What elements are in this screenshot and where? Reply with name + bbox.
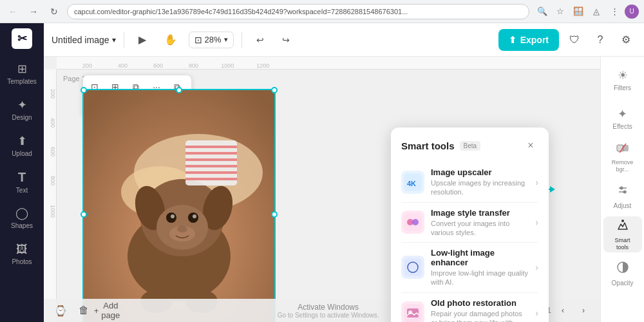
svg-point-11: [193, 214, 196, 218]
canvas-area[interactable]: 200 400 600 800 1000 1200 200 400 600 80…: [44, 57, 600, 322]
restoration-name: Old photo restoration: [431, 298, 529, 308]
shield-icon-btn[interactable]: 🛡: [564, 30, 585, 50]
export-icon: ⬆: [509, 35, 516, 45]
smart-tools-icon: [616, 218, 630, 235]
svg-point-41: [621, 220, 624, 222]
sidebar-item-upload[interactable]: ⬆ Upload: [4, 129, 40, 162]
templates-icon: ⊞: [17, 62, 27, 76]
smart-tools-panel-item[interactable]: Smarttools: [603, 216, 642, 252]
templates-label: Templates: [7, 78, 37, 85]
upscaler-arrow: ›: [535, 177, 538, 187]
document-title[interactable]: Untitled image ▾: [52, 35, 116, 45]
left-sidebar: ✂ ⊞ Templates ✦ Design ⬆ Upload T Text ◯…: [0, 23, 44, 322]
style-name: Image style transfer: [431, 208, 529, 218]
tool-item-restoration[interactable]: Old photo restoration Repair your damage…: [401, 293, 538, 322]
puppy-image: [82, 89, 276, 322]
zoom-chevron: ▾: [224, 35, 228, 44]
photos-icon: 🖼: [16, 243, 28, 256]
opacity-panel-item[interactable]: Opacity: [603, 255, 642, 291]
svg-text:4K: 4K: [407, 180, 416, 187]
style-arrow: ›: [535, 217, 538, 227]
remove-bg-label: Removebgr...: [612, 159, 634, 173]
canvas-image: [82, 89, 276, 322]
browser-action-icons: 🔍 ☆ 🪟 ◬ ⋮ U: [535, 4, 639, 19]
prev-page-btn[interactable]: ‹: [554, 301, 572, 319]
tool-item-style[interactable]: Image style transfer Convert your images…: [401, 203, 538, 243]
toolbar-divider-1: [124, 32, 124, 48]
zoom-control[interactable]: ⊡ 28% ▾: [189, 32, 234, 48]
sidebar-item-text[interactable]: T Text: [4, 165, 40, 198]
toolbar-divider-2: [242, 32, 242, 48]
profile-icon[interactable]: ◬: [589, 4, 604, 19]
trash-btn[interactable]: 🗑: [75, 301, 93, 319]
svg-point-27: [412, 219, 419, 225]
sidebar-item-photos[interactable]: 🖼 Photos: [4, 237, 40, 270]
undo-button[interactable]: ↩: [250, 30, 270, 50]
export-button[interactable]: ⬆ Export: [498, 29, 559, 51]
help-icon-btn[interactable]: ?: [590, 30, 611, 50]
add-page-btn[interactable]: + Add page: [98, 301, 116, 319]
next-page-btn[interactable]: ›: [574, 301, 592, 319]
sidebar-item-design[interactable]: ✦ Design: [4, 93, 40, 126]
title-chevron: ▾: [112, 35, 116, 44]
browser-chrome: ← → ↻ capcut.com/editor-graphic/13e1a936…: [0, 0, 644, 23]
smart-tools-panel: Smart tools Beta × 4K Imag: [391, 128, 549, 322]
frame-icon: ⊡: [194, 35, 202, 45]
zoom-value: 28%: [205, 35, 222, 44]
reload-button[interactable]: ↻: [46, 4, 62, 19]
hand-tool-btn[interactable]: ✋: [158, 30, 184, 50]
sidebar-item-templates[interactable]: ⊞ Templates: [4, 57, 40, 90]
restoration-info: Old photo restoration Repair your damage…: [431, 298, 529, 322]
menu-icon[interactable]: ⋮: [607, 4, 622, 19]
lowlight-icon: [401, 256, 424, 279]
adjust-label: Adjust: [614, 202, 632, 209]
export-label: Export: [520, 35, 549, 45]
upload-label: Upload: [12, 150, 32, 157]
lowlight-arrow: ›: [535, 262, 538, 272]
restoration-arrow: ›: [535, 308, 538, 318]
filters-panel-item[interactable]: ☀ Filters: [603, 62, 642, 98]
text-label: Text: [16, 187, 28, 194]
adjust-icon: [616, 183, 630, 200]
search-browser-icon[interactable]: 🔍: [535, 4, 550, 19]
opacity-icon: [616, 260, 630, 278]
upscaler-desc: Upscale images by increasing resolution.: [431, 178, 529, 197]
canvas-image-frame[interactable]: [82, 89, 276, 322]
extensions-icon[interactable]: 🪟: [571, 4, 586, 19]
filters-label: Filters: [614, 84, 631, 91]
adjust-panel-item[interactable]: Adjust: [603, 178, 642, 214]
restoration-icon: [401, 301, 424, 322]
lowlight-name: Low-light image enhancer: [431, 248, 529, 267]
history-btn[interactable]: ⌚: [52, 301, 70, 319]
smart-tools-title: Smart tools: [401, 140, 455, 151]
select-tool-btn[interactable]: ▶: [132, 30, 153, 50]
close-smart-tools-btn[interactable]: ×: [523, 138, 538, 153]
remove-bg-panel-item[interactable]: Removebgr...: [603, 139, 642, 175]
beta-badge: Beta: [460, 141, 481, 151]
bookmark-icon[interactable]: ☆: [553, 4, 568, 19]
back-button[interactable]: ←: [5, 4, 21, 19]
style-desc: Convert your images into various styles.: [431, 219, 529, 238]
main-content: 200 400 600 800 1000 1200 200 400 600 80…: [44, 57, 644, 322]
text-icon: T: [18, 170, 26, 185]
effects-panel-item[interactable]: ✦ Effects: [603, 100, 642, 137]
upscaler-name: Image upscaler: [431, 167, 529, 177]
app-logo[interactable]: ✂: [12, 28, 32, 49]
tool-item-upscaler[interactable]: 4K Image upscaler Upscale images by incr…: [401, 162, 538, 203]
filters-icon: ☀: [618, 68, 628, 82]
style-info: Image style transfer Convert your images…: [431, 208, 529, 238]
redo-button[interactable]: ↪: [276, 30, 296, 50]
tool-item-lowlight[interactable]: Low-light image enhancer Improve low-lig…: [401, 243, 538, 293]
photos-label: Photos: [12, 258, 32, 265]
app-container: ✂ ⊞ Templates ✦ Design ⬆ Upload T Text ◯…: [0, 23, 644, 322]
ruler-horizontal: 200 400 600 800 1000 1200: [57, 57, 600, 70]
restoration-desc: Repair your damaged photos or bring them…: [431, 309, 529, 322]
settings-icon-btn[interactable]: ⚙: [616, 30, 636, 50]
smart-tools-right-label: Smarttools: [614, 237, 630, 251]
svg-point-10: [171, 214, 175, 218]
url-bar[interactable]: capcut.com/editor-graphic/13e1a936789e4c…: [67, 4, 529, 19]
sidebar-item-shapes[interactable]: ◯ Shapes: [4, 201, 40, 234]
forward-button[interactable]: →: [26, 4, 41, 19]
arrow-head: [550, 186, 555, 193]
title-text: Untitled image: [52, 35, 109, 45]
